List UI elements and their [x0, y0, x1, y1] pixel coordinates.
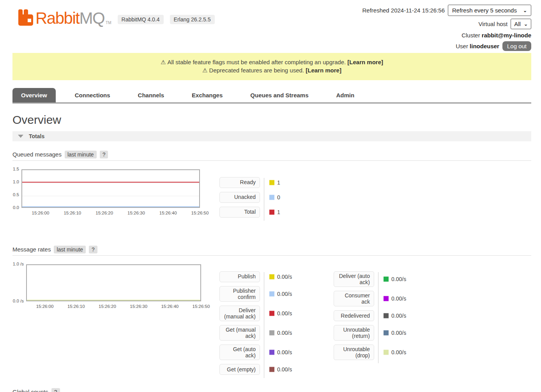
chevron-down-icon: ⌄ [523, 8, 527, 13]
legend-value: 0.00/s [277, 274, 292, 280]
legend-value: 0.00/s [277, 291, 292, 297]
message-rates-legend-left: Publish0.00/sPublisher confirm0.00/sDeli… [219, 271, 260, 379]
global-counts-header: Global counts ? [12, 388, 531, 392]
queued-period-badge[interactable]: last minute [65, 151, 97, 158]
collapse-arrow-icon [18, 135, 23, 138]
legend-value: 1 [277, 209, 280, 215]
global-counts-title: Global counts [12, 388, 48, 392]
queued-help-icon[interactable]: ? [100, 151, 108, 158]
refresh-interval-select[interactable]: Refresh every 5 seconds ⌄ [448, 5, 531, 16]
legend-divider [264, 178, 264, 221]
legend-label-deliver-auto-ack-[interactable]: Deliver (auto ack) [334, 271, 374, 287]
tab-exchanges[interactable]: Exchanges [183, 88, 231, 102]
tab-overview[interactable]: Overview [12, 88, 56, 102]
legend-row: Total1 [219, 207, 260, 218]
y-axis-tick-label: 0.0 /s [9, 299, 24, 303]
x-axis-tick-label: 15:26:00 [32, 211, 50, 215]
logo-tm: TM [106, 21, 111, 25]
totals-section-toggle[interactable]: Totals [12, 131, 531, 141]
legend-row: Unroutable (drop)0.00/s [334, 345, 374, 360]
legend-row: Get (auto ack)0.00/s [219, 345, 260, 360]
warning-text: All stable feature flags must be enabled… [167, 59, 347, 65]
y-axis-tick-label: 0.0 [7, 205, 19, 210]
legend-label-get-empty-[interactable]: Get (empty) [219, 364, 260, 375]
tab-admin[interactable]: Admin [328, 88, 363, 102]
rates-help-icon[interactable]: ? [89, 246, 97, 253]
legend-color-swatch [269, 330, 274, 335]
x-axis-tick-label: 15:26:40 [159, 211, 177, 215]
legend-color-swatch [269, 195, 274, 200]
queued-messages-legend: Ready1Unacked0Total1 [219, 177, 260, 221]
legend-label-total[interactable]: Total [219, 207, 260, 218]
legend-row: Redelivered0.00/s [334, 310, 374, 321]
legend-value: 0.00/s [391, 349, 406, 355]
tab-queues-and-streams[interactable]: Queues and Streams [242, 88, 317, 102]
legend-label-deliver-manual-ack-[interactable]: Deliver (manual ack) [219, 306, 260, 321]
warning-icon: ⚠ [202, 67, 207, 74]
global-counts-help-icon[interactable]: ? [51, 388, 60, 392]
y-axis-tick-label: 0.5 [7, 192, 19, 197]
erlang-version-badge: Erlang 26.2.5.5 [170, 15, 215, 24]
legend-row: Consumer ack0.00/s [334, 291, 374, 306]
legend-label-get-auto-ack-[interactable]: Get (auto ack) [219, 345, 260, 360]
legend-label-unroutable-return-[interactable]: Unroutable (return) [334, 325, 374, 341]
legend-row: Deliver (auto ack)0.00/s [334, 271, 374, 287]
page-title: Overview [12, 113, 531, 127]
legend-color-swatch [269, 311, 274, 316]
legend-row: Get (empty)0.00/s [219, 364, 260, 375]
message-rates-section: 1.0 /s0.0 /s15:26:0015:26:1015:26:2015:2… [12, 264, 531, 384]
legend-value: 0.00/s [277, 330, 292, 336]
message-rates-chart: 1.0 /s0.0 /s15:26:0015:26:1015:26:2015:2… [12, 264, 531, 317]
chart-plot-area [26, 264, 201, 301]
legend-label-publish[interactable]: Publish [219, 271, 260, 282]
x-axis-tick-label: 15:26:20 [99, 304, 116, 309]
legend-label-unroutable-drop-[interactable]: Unroutable (drop) [334, 345, 374, 360]
x-axis-tick-label: 15:26:20 [95, 211, 113, 215]
legend-label-ready[interactable]: Ready [219, 177, 260, 188]
legend-color-swatch [384, 296, 389, 301]
tab-bar: OverviewConnectionsChannelsExchangesQueu… [12, 88, 531, 104]
legend-value: 0.00/s [277, 366, 292, 373]
virtual-host-select[interactable]: All ⌄ [511, 19, 531, 29]
totals-label: Totals [29, 133, 44, 139]
chart-series-line [22, 206, 199, 207]
legend-label-redelivered[interactable]: Redelivered [334, 310, 374, 321]
tab-connections[interactable]: Connections [66, 88, 119, 102]
legend-value: 0.00/s [277, 310, 292, 316]
learn-more-link[interactable]: [Learn more] [347, 59, 383, 65]
chart-series-line [22, 182, 199, 183]
chart-gridline [22, 183, 199, 183]
x-axis-tick-label: 15:26:50 [193, 304, 210, 309]
refresh-interval-value: Refresh every 5 seconds [452, 7, 517, 14]
cluster-line: Cluster rabbit@my-linode [362, 32, 531, 39]
x-axis-tick-label: 15:26:30 [130, 304, 147, 309]
legend-color-swatch [384, 313, 389, 318]
logo-wordmark: RabbitMQ [35, 10, 104, 26]
rates-period-badge[interactable]: last minute [54, 246, 86, 253]
chart-gridline [22, 196, 199, 196]
legend-label-publisher-confirm[interactable]: Publisher confirm [219, 286, 260, 302]
cluster-name: rabbit@my-linode [482, 32, 531, 39]
logout-button[interactable]: Log out [502, 41, 531, 51]
x-axis-tick-label: 15:26:10 [67, 304, 85, 309]
legend-value: 0.00/s [391, 330, 406, 336]
legend-label-get-manual-ack-[interactable]: Get (manual ack) [219, 325, 260, 341]
x-axis-tick-label: 15:26:30 [127, 211, 145, 215]
logo[interactable]: RabbitMQ TM RabbitMQ 4.0.4 Erlang 26.2.5… [18, 9, 215, 26]
legend-color-swatch [269, 274, 274, 279]
legend-row: Unroutable (return)0.00/s [334, 325, 374, 341]
legend-color-swatch [269, 350, 274, 355]
learn-more-link[interactable]: [Learn more] [306, 67, 341, 74]
legend-divider [378, 272, 378, 364]
user-name: linodeuser [470, 43, 499, 49]
tab-channels[interactable]: Channels [129, 88, 173, 102]
legend-color-swatch [269, 367, 274, 372]
legend-label-unacked[interactable]: Unacked [219, 192, 260, 203]
legend-label-consumer-ack[interactable]: Consumer ack [334, 291, 374, 306]
legend-row: Publisher confirm0.00/s [219, 286, 260, 302]
legend-divider [264, 272, 264, 378]
user-line: User linodeuser [456, 43, 499, 49]
rabbitmq-logo-icon [18, 9, 34, 26]
legend-color-swatch [384, 330, 389, 335]
refreshed-timestamp: Refreshed 2024-11-24 15:26:56 [362, 7, 445, 14]
